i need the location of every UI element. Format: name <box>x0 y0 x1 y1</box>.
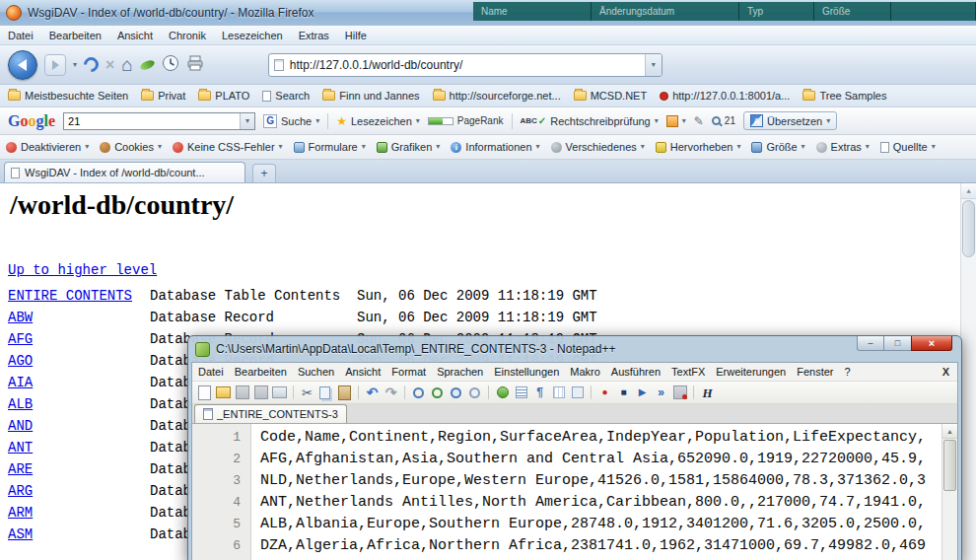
bookmark-item-plato[interactable]: PLATO <box>198 90 249 102</box>
code-text[interactable]: Code,Name,Continent,Region,SurfaceArea,I… <box>252 424 941 560</box>
scroll-up-icon[interactable]: ▲ <box>961 183 976 199</box>
back-button[interactable] <box>8 50 37 80</box>
npp-menu-sprachen[interactable]: Sprachen <box>437 366 483 378</box>
replace-icon[interactable] <box>432 387 443 398</box>
bookmark-item-privat[interactable]: Privat <box>141 90 185 102</box>
print-icon[interactable] <box>272 386 287 398</box>
search-history-dropdown[interactable]: ▾ <box>240 113 254 129</box>
new-file-icon[interactable] <box>198 385 211 400</box>
forward-button[interactable] <box>44 54 66 76</box>
entry-link[interactable]: ABW <box>8 310 33 325</box>
entry-link[interactable]: AFG <box>8 331 33 347</box>
dev-item-groesse[interactable]: Größe▾ <box>751 141 804 153</box>
npp-menu-fenster[interactable]: Fenster <box>797 366 833 378</box>
entry-link[interactable]: ARE <box>8 461 33 477</box>
npp-menu-format[interactable]: Format <box>391 366 426 378</box>
spellcheck-button[interactable]: ABC✓Rechtschreibprüfung▾ <box>521 115 659 127</box>
print-icon[interactable] <box>186 54 204 76</box>
url-bar[interactable]: http://127.0.0.1/world-db/country/ ▾ <box>268 53 662 77</box>
pagerank-widget[interactable]: PageRank <box>428 115 504 126</box>
dev-item-cookies[interactable]: Cookies▾ <box>100 141 162 153</box>
zoom-out-icon[interactable] <box>469 387 480 398</box>
npp-menu-erweiterungen[interactable]: Erweiterungen <box>716 366 786 378</box>
menu-hilfe[interactable]: Hilfe <box>345 30 367 41</box>
scrollbar-thumb[interactable] <box>962 200 975 257</box>
redo-icon[interactable]: ↷ <box>383 385 399 401</box>
editor-area[interactable]: 1 2 3 4 5 6 Code,Name,Continent,Region,S… <box>192 424 957 560</box>
feed-reader-icon[interactable] <box>139 57 156 72</box>
bookmark-item-mcsd[interactable]: MCSD.NET <box>574 90 647 102</box>
editor-scrollbar[interactable]: ▲ <box>941 424 957 560</box>
new-tab-button[interactable]: + <box>252 164 276 182</box>
dev-item-hervorheben[interactable]: Hervorheben▾ <box>656 141 741 153</box>
entry-link[interactable]: ANT <box>8 440 33 455</box>
cut-icon[interactable]: ✂ <box>299 385 315 401</box>
word-wrap-icon[interactable] <box>516 386 527 398</box>
paste-icon[interactable] <box>338 385 351 400</box>
menu-lesezeichen[interactable]: Lesezeichen <box>222 30 283 41</box>
bookmark-item-finn[interactable]: Finn und Jannes <box>322 90 419 102</box>
menu-bearbeiten[interactable]: Bearbeiten <box>49 30 102 41</box>
entry-link[interactable]: ALB <box>8 396 33 412</box>
entry-link[interactable]: AND <box>8 418 33 434</box>
stop-macro-icon[interactable]: ■ <box>615 385 632 401</box>
scrollbar-thumb[interactable] <box>943 440 956 491</box>
entry-link[interactable]: ASM <box>8 526 33 542</box>
close-button[interactable]: × <box>911 336 952 351</box>
npp-menu-makro[interactable]: Makro <box>570 366 600 378</box>
bookmark-item-localhost[interactable]: http://127.0.0.1:8001/a... <box>660 90 790 102</box>
tab-wsgidav[interactable]: WsgiDAV - Index of /world-db/count... <box>4 162 245 182</box>
google-search-box[interactable]: ▾ <box>63 112 255 130</box>
pencil-icon[interactable]: ✎ <box>694 115 704 127</box>
url-text[interactable]: http://127.0.0.1/world-db/country/ <box>290 58 645 72</box>
doc-map-icon[interactable] <box>572 386 584 398</box>
open-folder-icon[interactable] <box>216 386 231 398</box>
sync-scrolling-icon[interactable] <box>497 386 509 398</box>
scroll-up-icon[interactable]: ▲ <box>942 424 957 439</box>
notepadpp-titlebar[interactable]: C:\Users\Martin\AppData\Local\Temp\_ENTI… <box>191 336 958 362</box>
npp-menu-bearbeiten[interactable]: Bearbeiten <box>235 366 287 378</box>
bookmark-item-search[interactable]: Search <box>262 90 310 102</box>
record-macro-icon[interactable]: ● <box>596 385 613 401</box>
document-tab[interactable]: _ENTIRE_CONTENTS-3 <box>194 404 347 423</box>
npp-menu-suchen[interactable]: Suchen <box>298 366 334 378</box>
dev-item-verschiedenes[interactable]: Verschiedenes▾ <box>551 141 645 153</box>
indent-guide-icon[interactable] <box>553 386 565 398</box>
entry-link[interactable]: ARG <box>8 483 33 499</box>
function-list-icon[interactable]: H <box>699 385 716 401</box>
menu-chronik[interactable]: Chronik <box>169 30 206 41</box>
entry-link[interactable]: ARM <box>8 505 33 521</box>
url-dropdown-button[interactable]: ▾ <box>645 54 662 76</box>
run-multiple-icon[interactable]: » <box>653 385 669 401</box>
dev-item-informationen[interactable]: iInformationen▾ <box>451 141 539 153</box>
npp-menu-textfx[interactable]: TextFX <box>671 366 705 378</box>
save-all-icon[interactable] <box>254 385 268 399</box>
reload-icon[interactable] <box>81 54 102 75</box>
google-bookmarks-button[interactable]: ★Lesezeichen▾ <box>336 115 420 127</box>
dev-item-formulare[interactable]: Formulare▾ <box>294 141 366 153</box>
npp-menu-help[interactable]: ? <box>844 366 850 378</box>
menu-datei[interactable]: Datei <box>8 30 34 41</box>
minimize-button[interactable]: – <box>857 336 884 351</box>
dev-item-extras[interactable]: Extras▾ <box>816 141 870 153</box>
highlight-count[interactable]: 21 <box>712 115 735 126</box>
dev-item-quelltext[interactable]: Quellte▾ <box>880 141 936 153</box>
page-scrollbar[interactable]: ▲ <box>960 183 976 560</box>
dev-item-deaktivieren[interactable]: Deaktivieren▾ <box>6 141 89 153</box>
copy-icon[interactable] <box>319 386 330 399</box>
dev-item-css[interactable]: Keine CSS-Fehler▾ <box>173 141 283 153</box>
up-to-higher-level-link[interactable]: Up to higher level <box>8 262 157 278</box>
play-macro-icon[interactable]: ▶ <box>634 385 651 401</box>
entry-link[interactable]: AGO <box>8 353 33 369</box>
entry-link[interactable]: ENTIRE CONTENTS <box>8 288 132 304</box>
menu-ansicht[interactable]: Ansicht <box>117 30 153 41</box>
npp-menu-einstellungen[interactable]: Einstellungen <box>494 366 559 378</box>
save-macro-icon[interactable] <box>673 385 687 399</box>
zoom-in-icon[interactable] <box>451 387 461 398</box>
npp-menu-datei[interactable]: Datei <box>198 366 224 378</box>
close-document-button[interactable]: X <box>942 366 949 378</box>
maximize-button[interactable]: □ <box>884 336 911 351</box>
dev-item-grafiken[interactable]: Grafiken▾ <box>377 141 441 153</box>
bookmark-item-sourceforge[interactable]: http://sourceforge.net... <box>433 90 561 102</box>
google-search-input[interactable] <box>64 115 240 127</box>
